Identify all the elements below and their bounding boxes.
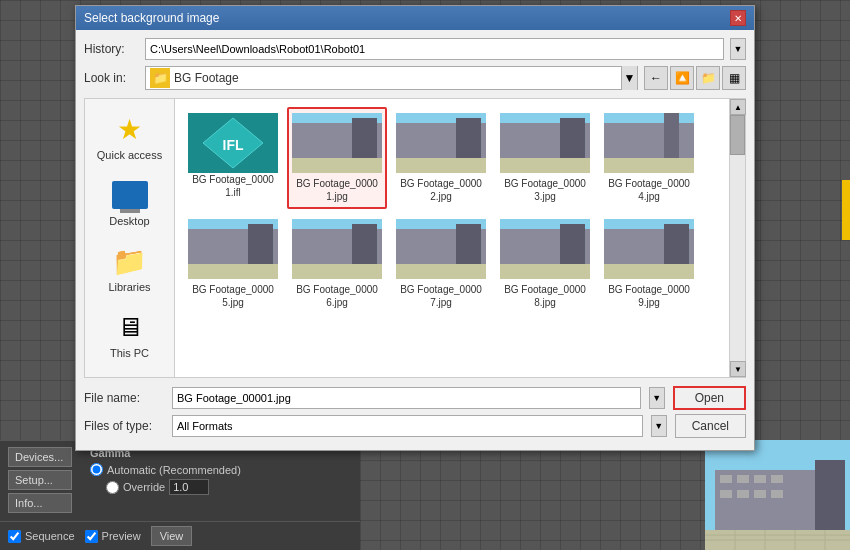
jpg5-thumbnail (188, 219, 278, 279)
view-button[interactable]: View (151, 526, 193, 546)
dialog-titlebar: Select background image ✕ (76, 6, 754, 30)
pc-icon: 🖥 (112, 309, 148, 345)
file-item-jpg7[interactable]: BG Footage_00007.jpg (391, 213, 491, 315)
setup-button[interactable]: Setup... (8, 470, 72, 490)
svg-rect-13 (815, 460, 845, 535)
file-browser-area: ★ Quick access Desktop 📁 Libraries (84, 98, 746, 378)
sidebar-libraries-label: Libraries (108, 281, 150, 293)
override-gamma-radio[interactable] (106, 481, 119, 494)
gamma-value-input[interactable] (169, 479, 209, 495)
bottom-left-buttons: Devices... Setup... Info... (0, 441, 80, 521)
bottom-panel-inner: Devices... Setup... Info... Gamma Automa… (0, 441, 360, 521)
file-item-jpg5[interactable]: BG Footage_00005.jpg (183, 213, 283, 315)
sidebar-item-desktop[interactable]: Desktop (90, 173, 170, 231)
nav-back-button[interactable]: ← (644, 66, 668, 90)
file-item-jpg3[interactable]: BG Footage_00003.jpg (495, 107, 595, 209)
sequence-checkbox[interactable] (8, 530, 21, 543)
history-dropdown-button[interactable]: ▼ (730, 38, 746, 60)
file-item-ifl[interactable]: IFL BG Footage_00001.ifl (183, 107, 283, 209)
filename-label: File name: (84, 391, 164, 405)
preview-checkbox-label[interactable]: Preview (85, 530, 141, 543)
filetype-row: Files of type: ▼ Cancel (84, 414, 746, 438)
file-name-jpg1: BG Footage_00001.jpg (293, 177, 381, 203)
filetype-dropdown-button[interactable]: ▼ (651, 415, 667, 437)
file-name-jpg8: BG Footage_00008.jpg (501, 283, 589, 309)
preview-checkbox[interactable] (85, 530, 98, 543)
file-name-ifl: BG Footage_00001.ifl (189, 173, 277, 199)
jpg2-thumbnail (396, 113, 486, 173)
scroll-up-button[interactable]: ▲ (730, 99, 746, 115)
file-name-jpg6: BG Footage_00006.jpg (293, 283, 381, 309)
lookin-combo[interactable]: 📁 BG Footage ▼ (145, 66, 638, 90)
file-item-jpg1[interactable]: BG Footage_00001.jpg (287, 107, 387, 209)
override-gamma-row: Override (106, 479, 350, 495)
scroll-thumb[interactable] (730, 115, 745, 155)
cancel-button[interactable]: Cancel (675, 414, 746, 438)
sidebar-this-pc-label: This PC (110, 347, 149, 359)
bottom-panel: Devices... Setup... Info... Gamma Automa… (0, 440, 360, 550)
svg-rect-7 (754, 475, 766, 483)
history-input[interactable] (145, 38, 724, 60)
file-item-jpg2[interactable]: BG Footage_00002.jpg (391, 107, 491, 209)
svg-rect-9 (720, 490, 732, 498)
svg-rect-8 (771, 475, 783, 483)
sidebar-item-this-pc[interactable]: 🖥 This PC (90, 305, 170, 363)
sequence-checkbox-label[interactable]: Sequence (8, 530, 75, 543)
devices-button[interactable]: Devices... (8, 447, 72, 467)
lookin-label: Look in: (84, 71, 139, 85)
file-item-jpg6[interactable]: BG Footage_00006.jpg (287, 213, 387, 315)
sidebar-quick-access-label: Quick access (97, 149, 162, 161)
jpg6-thumbnail (292, 219, 382, 279)
scroll-track (730, 115, 745, 361)
info-button[interactable]: Info... (8, 493, 72, 513)
filename-row: File name: ▼ Open (84, 386, 746, 410)
sidebar-desktop-label: Desktop (109, 215, 149, 227)
lookin-row: Look in: 📁 BG Footage ▼ ← 🔼 📁 ▦ (84, 66, 746, 90)
jpg3-thumbnail (500, 113, 590, 173)
sidebar-item-network[interactable]: 🖧 Network (90, 371, 170, 377)
svg-rect-5 (720, 475, 732, 483)
star-icon: ★ (112, 111, 148, 147)
filename-dropdown-button[interactable]: ▼ (649, 387, 665, 409)
filetype-input[interactable] (172, 415, 643, 437)
file-name-jpg4: BG Footage_00004.jpg (605, 177, 693, 203)
dialog-title: Select background image (84, 11, 219, 25)
scroll-down-button[interactable]: ▼ (730, 361, 746, 377)
file-name-jpg5: BG Footage_00005.jpg (189, 283, 277, 309)
file-item-jpg4[interactable]: BG Footage_00004.jpg (599, 107, 699, 209)
navigation-toolbar: ← 🔼 📁 ▦ (644, 66, 746, 90)
sidebar-item-libraries[interactable]: 📁 Libraries (90, 239, 170, 297)
file-name-jpg3: BG Footage_00003.jpg (501, 177, 589, 203)
jpg4-thumbnail (604, 113, 694, 173)
file-name-jpg2: BG Footage_00002.jpg (397, 177, 485, 203)
jpg9-thumbnail (604, 219, 694, 279)
select-background-dialog: Select background image ✕ History: ▼ Loo… (75, 5, 755, 451)
sidebar-item-quick-access[interactable]: ★ Quick access (90, 107, 170, 165)
file-item-jpg8[interactable]: BG Footage_00008.jpg (495, 213, 595, 315)
filename-input[interactable] (172, 387, 641, 409)
grid-view-button[interactable]: ▦ (722, 66, 746, 90)
auto-gamma-radio[interactable] (90, 463, 103, 476)
jpg1-thumbnail (292, 113, 382, 173)
nav-forward-button[interactable]: 🔼 (670, 66, 694, 90)
network-icon: 🖧 (112, 375, 148, 377)
file-grid-scrollbar: ▲ ▼ (729, 99, 745, 377)
nav-up-button[interactable]: 📁 (696, 66, 720, 90)
file-name-jpg9: BG Footage_00009.jpg (605, 283, 693, 309)
jpg7-thumbnail (396, 219, 486, 279)
open-button[interactable]: Open (673, 386, 746, 410)
auto-gamma-label: Automatic (Recommended) (107, 464, 241, 476)
desktop-icon (112, 177, 148, 213)
lookin-dropdown-button[interactable]: ▼ (621, 66, 637, 90)
filetype-label: Files of type: (84, 419, 164, 433)
file-grid: IFL BG Footage_00001.ifl BG Footage (175, 99, 729, 377)
override-gamma-label: Override (123, 481, 165, 493)
yellow-accent-bar (842, 180, 850, 240)
file-item-jpg9[interactable]: BG Footage_00009.jpg (599, 213, 699, 315)
file-name-jpg7: BG Footage_00007.jpg (397, 283, 485, 309)
preview-image-area (705, 440, 850, 550)
close-icon[interactable]: ✕ (730, 10, 746, 26)
jpg8-thumbnail (500, 219, 590, 279)
file-browser-sidebar: ★ Quick access Desktop 📁 Libraries (85, 99, 175, 377)
svg-rect-6 (737, 475, 749, 483)
